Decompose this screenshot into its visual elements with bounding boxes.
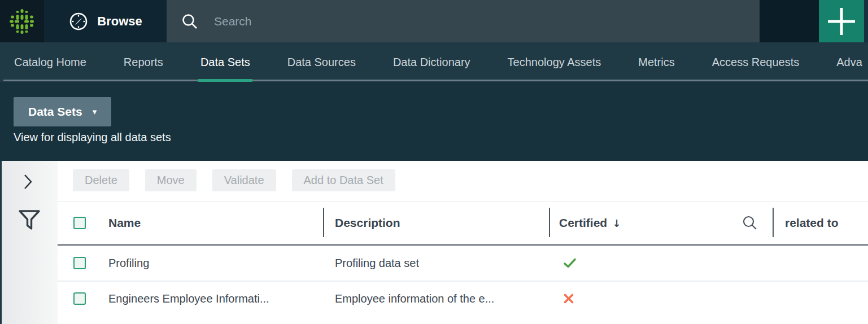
column-divider [773,208,774,237]
view-selector-dropdown[interactable]: Data Sets ▾ [14,97,111,126]
dataset-name[interactable]: Engineers Employee Informati... [108,292,269,305]
app-logo-icon [8,8,36,35]
global-search-bar[interactable] [167,0,760,42]
row-checkbox[interactable] [73,292,86,305]
filter-button[interactable] [18,209,41,231]
add-to-data-set-button[interactable]: Add to Data Set [292,169,395,191]
content-area: Delete Move Validate Add to Data Set Nam… [0,161,868,324]
move-button[interactable]: Move [145,169,197,191]
bulk-actions-toolbar: Delete Move Validate Add to Data Set [73,169,395,191]
table-row[interactable]: Engineers Employee Informati... Employee… [58,281,868,316]
delete-button[interactable]: Delete [73,169,129,191]
validate-button[interactable]: Validate [212,169,276,191]
column-header-name[interactable]: Name [108,216,141,230]
column-divider [323,208,324,237]
dataset-description: Profiling data set [335,257,419,270]
caret-down-icon: ▾ [93,107,97,117]
topbar-spacer [760,0,819,42]
view-description: View for displaying all data sets [14,131,171,144]
dataset-name[interactable]: Profiling [108,257,149,270]
certified-header-label: Certified [559,216,607,230]
certified-check-icon [564,258,576,268]
nav-item-technology-assets[interactable]: Technology Assets [508,42,601,82]
app-window: Browse Catalog Home Reports Data Sets Da… [0,0,868,324]
nav-item-catalog-home[interactable]: Catalog Home [14,42,86,82]
view-header: Data Sets ▾ [0,82,868,161]
row-checkbox[interactable] [73,257,86,269]
column-header-certified[interactable]: Certified ↓ [559,216,621,230]
browse-menu-button[interactable]: Browse [44,0,167,42]
topbar-edge [864,0,868,42]
nav-horizontal-scrollbar[interactable] [3,80,868,81]
nav-item-data-sources[interactable]: Data Sources [287,42,356,82]
add-button[interactable] [819,0,864,42]
column-header-description[interactable]: Description [335,216,400,230]
filter-sidebar [0,161,58,324]
compass-icon [68,11,89,32]
certified-x-icon [564,294,574,304]
table-header-row: Name Description Certified ↓ related to [58,201,868,246]
search-icon [742,215,758,231]
table-body: Profiling Profiling data set Engineers E… [58,246,868,316]
browse-label: Browse [97,14,142,29]
table-row[interactable]: Profiling Profiling data set [58,246,868,281]
view-selector-label: Data Sets [28,105,82,119]
plus-icon [826,6,857,37]
nav-item-data-sets[interactable]: Data Sets [200,42,250,82]
nav-item-advanced[interactable]: Adva [836,42,862,82]
search-input[interactable] [214,15,700,28]
search-icon [181,13,198,30]
column-header-related-to[interactable]: related to [785,216,839,230]
select-all-checkbox[interactable] [73,217,86,229]
dataset-description: Employee information of the e... [335,292,494,305]
top-bar: Browse [0,0,868,42]
column-divider [549,208,550,237]
nav-item-data-dictionary[interactable]: Data Dictionary [393,42,470,82]
catalog-nav: Catalog Home Reports Data Sets Data Sour… [0,42,868,82]
data-sets-table-area: Delete Move Validate Add to Data Set Nam… [58,161,868,324]
nav-item-metrics[interactable]: Metrics [638,42,674,82]
nav-item-reports[interactable]: Reports [124,42,163,82]
column-search-button[interactable] [742,215,758,231]
nav-item-access-requests[interactable]: Access Requests [712,42,800,82]
app-logo[interactable] [0,0,44,42]
chevron-right-icon [23,173,33,190]
filter-icon [18,209,41,231]
sidebar-expand-button[interactable] [23,173,34,190]
sort-descending-icon: ↓ [612,217,621,229]
